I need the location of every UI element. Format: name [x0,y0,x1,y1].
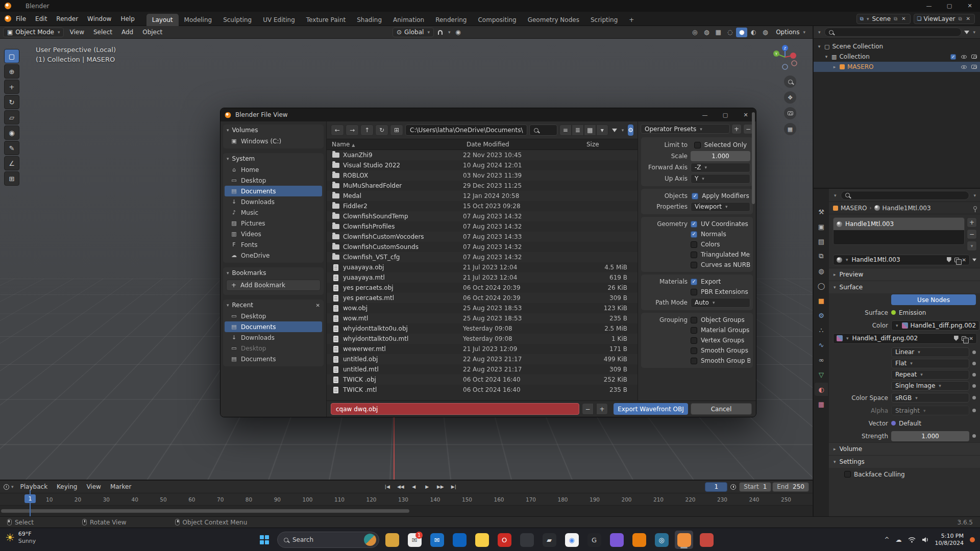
timeline-editor-icon[interactable] [4,484,9,490]
outliner-filter-icon[interactable] [964,31,969,34]
workspace-tab[interactable]: + [623,14,640,26]
header-menu-item[interactable]: Object [138,27,167,38]
menubar-menu-item[interactable]: File [11,13,31,24]
file-row[interactable]: ClownfishCustomSounds 07 Aug 2023 14:32 [327,242,638,252]
frame-tick-label[interactable]: 200 [621,496,631,503]
start-frame-field[interactable]: Start 1 [739,482,771,492]
path-mode-dropdown[interactable]: Auto [691,298,750,308]
frame-tick-label[interactable]: 80 [246,496,252,503]
properties-dropdown[interactable]: Viewport [691,202,750,212]
file-row[interactable]: MuMuSharedFolder 29 Dec 2023 11:25 [327,181,638,191]
timeline-scrollbar[interactable] [1,509,409,513]
checkbox-row[interactable]: PBR Extensions [691,287,750,297]
increment-filename-button[interactable]: + [596,403,608,415]
workspace-tab[interactable]: Compositing [472,14,522,26]
start-button[interactable] [255,531,274,549]
vector-input-selector[interactable]: Default [891,420,976,427]
blender-menu-icon[interactable] [5,15,11,22]
transform-tool[interactable]: ◉ [4,126,19,140]
snap-settings-dropdown[interactable]: ▾ [447,30,452,35]
filename-input[interactable]: cqaw dwq.obj [331,403,579,415]
sidebar-item[interactable]: ▤Documents [225,354,322,364]
menubar-menu-item[interactable]: Render [52,13,83,24]
blender-active-app-icon[interactable] [675,531,693,549]
checkbox-row[interactable]: Selected Only [694,140,747,150]
workspace-tab[interactable]: UV Editing [257,14,301,26]
prev-keyframe-button[interactable]: ◀◀ [395,482,407,492]
object-data-tab[interactable]: ▽ [815,368,828,381]
frame-tick-label[interactable]: 160 [494,496,504,503]
frame-tick-label[interactable]: 100 [302,496,312,503]
sidebar-item[interactable]: ☁OneDrive [225,250,322,261]
ghost-app-icon[interactable] [607,531,626,549]
animate-dot-icon[interactable] [972,373,976,377]
animate-dot-icon[interactable] [972,396,976,399]
sidebar-item[interactable]: ♪Music [225,207,322,218]
file-row[interactable]: ROBLOX 03 Nov 2023 11:39 [327,170,638,181]
opera-icon[interactable]: O [495,531,513,549]
ms-store-icon[interactable] [450,531,469,549]
checkbox-row[interactable]: Vertex Groups [691,335,750,345]
checkbox-row[interactable]: Export [691,277,750,287]
current-frame-field[interactable]: 1 [705,482,727,492]
breadcrumb-object[interactable]: MASERO [841,205,867,212]
workspace-tab[interactable]: Layout [146,14,179,26]
transform-orientation-dropdown[interactable]: ⊙ Global [393,28,434,37]
frame-tick-label[interactable]: 110 [334,496,345,503]
path-input[interactable]: C:\Users\latha\OneDrive\Documents\ [405,124,527,136]
hidden-icons-button[interactable]: ^ [885,536,890,543]
end-frame-field[interactable]: End 250 [772,482,809,492]
material-slot-row[interactable]: Handle1Mtl.003 [834,218,964,230]
outlook-icon[interactable]: ✉ [428,531,446,549]
file-row[interactable]: ClownfishProfiles 07 Aug 2023 14:32 [327,221,638,232]
view-layer-selector[interactable]: ❏ ViewLayer ⧉ ✕ [914,14,975,24]
checkbox[interactable] [691,317,697,323]
backface-culling-checkbox[interactable] [844,471,851,478]
frame-tick-label[interactable]: 180 [557,496,568,503]
frame-tick-label[interactable]: 240 [749,496,759,503]
sidebar-item[interactable]: ▣Windows (C:) [225,136,322,146]
new-view-layer-button[interactable]: ⧉ [957,16,963,22]
header-menu-item[interactable]: Marker [106,481,136,492]
file-row[interactable]: whyidonttalkto0u.mtl Yesterday 09:08 1 K… [327,334,638,344]
color-image-selector[interactable]: ▾ Handle1_diff.png.002 [891,320,979,331]
panel-preview[interactable]: ▸Preview [829,268,980,281]
file-row[interactable]: Medal 12 Jan 2024 20:58 [327,191,638,201]
sidebar-item[interactable]: ▤Documents [225,186,322,196]
header-menu-item[interactable]: Select [89,27,117,38]
animate-dot-icon[interactable] [972,362,976,365]
view-layer-tab[interactable]: ⧉ [815,249,828,263]
sidebar-item[interactable]: ↓Downloads [225,196,322,207]
frame-tick-label[interactable]: 150 [462,496,472,503]
play-button[interactable]: ▶ [421,482,433,492]
constraints-tab[interactable]: ∞ [815,353,828,366]
checkbox[interactable] [691,347,697,354]
image-datablock-selector[interactable]: ▾ Handle1_diff.png.002 ✕ [833,333,977,344]
workspace-tab[interactable]: Sculpting [217,14,257,26]
vertical-list-view-button[interactable]: ≡ [559,124,572,136]
volumes-section-header[interactable]: ▾Volumes [223,124,324,136]
frame-tick-label[interactable]: 120 [366,496,376,503]
file-row[interactable]: ClownfishCustomVocoders 07 Aug 2023 14:3… [327,232,638,242]
file-row[interactable]: Fiddler2 15 Oct 2023 09:28 [327,201,638,211]
duplicate-datablock-icon[interactable] [962,336,966,341]
playhead[interactable]: 1 [24,494,36,503]
collection-exclude-checkbox[interactable] [950,54,956,59]
menubar-menu-item[interactable]: Edit [31,13,52,24]
sidebar-item[interactable]: ▭Desktop [225,175,322,186]
checkbox[interactable] [691,358,697,364]
checkbox[interactable] [691,221,697,228]
header-menu-item[interactable]: View [65,27,88,38]
checkbox-row[interactable]: Colors [691,239,750,249]
checkbox[interactable] [692,193,698,199]
outliner-editor-type-button[interactable]: ▾ [817,30,822,35]
dialog-maximize-button[interactable]: ▢ [715,109,736,121]
header-menu-item[interactable]: Playback [16,481,53,492]
file-row[interactable]: whyidonttalkto0u.obj Yesterday 09:08 2.5… [327,323,638,334]
column-size[interactable]: Size [586,141,632,148]
file-row[interactable]: XuanZhi9 22 Nov 2023 10:45 [327,150,638,160]
header-menu-item[interactable]: View [82,481,105,492]
checkbox[interactable] [694,142,701,148]
sidebar-item[interactable]: ▭Desktop [225,311,322,321]
checkbox-row[interactable]: Apply Modifiers [692,191,749,201]
